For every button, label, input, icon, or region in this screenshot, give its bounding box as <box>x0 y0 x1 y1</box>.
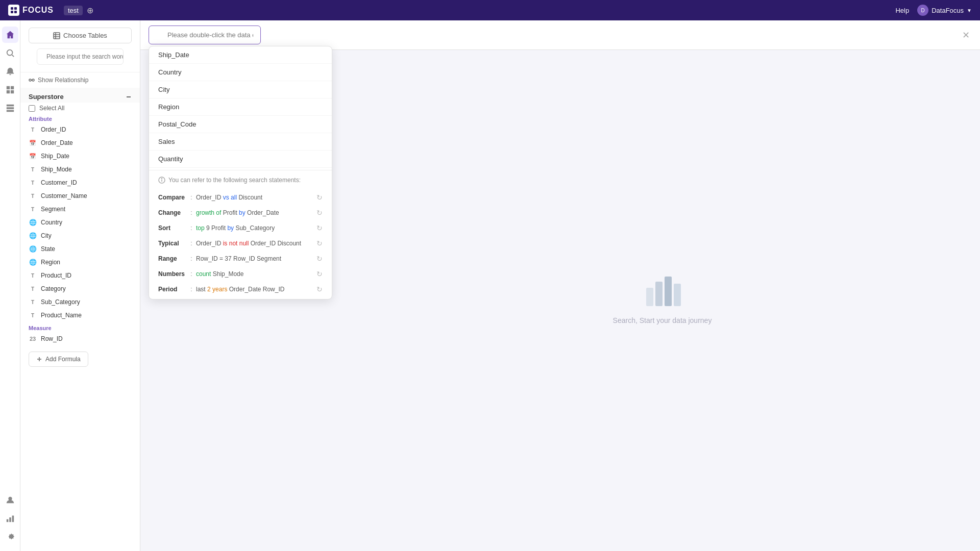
field-item[interactable]: 🌐 State <box>20 242 140 256</box>
add-tab-button[interactable]: ⊕ <box>87 6 93 15</box>
field-item[interactable]: T Customer_Name <box>20 189 140 203</box>
column-suggestion-item[interactable]: Sales <box>149 133 332 151</box>
field-type-globe-icon: 🌐 <box>29 232 37 240</box>
select-all-label: Select All <box>39 105 64 112</box>
collapse-icon[interactable] <box>126 94 132 100</box>
refresh-icon[interactable]: ↻ <box>316 193 323 202</box>
column-suggestion-item[interactable]: Ship_Date <box>149 46 332 64</box>
keyword-period-row[interactable]: Period : last 2 years Order_Date Row_ID … <box>149 282 332 297</box>
svg-point-13 <box>8 497 12 500</box>
svg-rect-35 <box>655 282 663 306</box>
keyword-sort-row[interactable]: Sort : top 9 Profit by Sub_Category ↻ <box>149 220 332 236</box>
sidebar-grid-icon[interactable] <box>2 100 18 116</box>
relationship-icon <box>29 77 35 83</box>
field-item[interactable]: T Order_ID <box>20 123 140 136</box>
logo-icon <box>8 5 19 16</box>
column-suggestion-item[interactable]: City <box>149 81 332 98</box>
field-item[interactable]: 🌐 Country <box>20 216 140 229</box>
svg-rect-34 <box>646 288 653 306</box>
add-formula-icon <box>36 356 42 362</box>
user-avatar: D <box>917 5 928 16</box>
nav-right: Help D DataFocus ▼ <box>895 5 972 16</box>
section-superstore-header: Superstore <box>20 88 140 103</box>
field-type-globe-icon: 🌐 <box>29 218 37 227</box>
select-all-row: Select All <box>20 103 140 113</box>
svg-rect-2 <box>11 11 13 13</box>
panel-top: Choose Tables <box>20 20 140 72</box>
column-suggestion-item[interactable]: Quantity <box>149 151 332 168</box>
field-item[interactable]: 📅 Order_Date <box>20 136 140 149</box>
sidebar-user-icon[interactable] <box>2 492 18 508</box>
field-type-globe-icon: 🌐 <box>29 258 37 266</box>
user-menu[interactable]: D DataFocus ▼ <box>917 5 972 16</box>
svg-point-24 <box>32 79 34 81</box>
field-item[interactable]: T Sub_Category <box>20 295 140 309</box>
refresh-icon[interactable]: ↻ <box>316 270 323 278</box>
measure-section-label: Measure <box>20 322 140 332</box>
field-search-input[interactable] <box>46 53 123 60</box>
field-type-globe-icon: 🌐 <box>29 245 37 253</box>
sidebar-search-icon[interactable] <box>2 45 18 61</box>
column-suggestion-item[interactable]: Postal_Code <box>149 116 332 133</box>
left-sidebar <box>0 20 20 551</box>
refresh-icon[interactable]: ↻ <box>316 239 323 247</box>
keyword-numbers-row[interactable]: Numbers : count Ship_Mode ↻ <box>149 266 332 282</box>
field-type-text-icon: T <box>29 179 37 187</box>
svg-rect-37 <box>674 284 681 306</box>
sidebar-layout-icon[interactable] <box>2 82 18 98</box>
field-type-text-icon: T <box>29 298 37 306</box>
svg-rect-0 <box>11 7 13 10</box>
select-all-checkbox[interactable] <box>29 105 35 112</box>
column-suggestion-item[interactable]: Country <box>149 64 332 81</box>
svg-rect-12 <box>6 110 13 112</box>
svg-rect-8 <box>6 90 9 93</box>
empty-chart-illustration <box>642 272 683 310</box>
svg-rect-16 <box>12 516 14 522</box>
field-item[interactable]: T Product_ID <box>20 269 140 282</box>
refresh-icon[interactable]: ↻ <box>316 209 323 217</box>
user-dropdown-icon: ▼ <box>967 8 972 13</box>
keyword-range-row[interactable]: Range : Row_ID = 37 Row_ID Segment ↻ <box>149 251 332 266</box>
table-icon <box>53 32 60 39</box>
svg-point-4 <box>7 50 12 56</box>
keyword-compare-row[interactable]: Compare : Order_ID vs all Discount ↻ <box>149 190 332 205</box>
add-formula-button[interactable]: Add Formula <box>29 352 88 367</box>
refresh-icon[interactable]: ↻ <box>316 285 323 293</box>
svg-rect-1 <box>14 7 17 10</box>
sidebar-home-icon[interactable] <box>2 27 18 43</box>
field-item[interactable]: T Product_Name <box>20 309 140 322</box>
field-item[interactable]: 📅 Ship_Date <box>20 149 140 163</box>
field-item[interactable]: T Category <box>20 282 140 295</box>
svg-rect-10 <box>6 105 13 107</box>
keyword-change-row[interactable]: Change : growth of Profit by Order_Date … <box>149 205 332 220</box>
help-link[interactable]: Help <box>895 7 909 14</box>
sidebar-chart-icon[interactable] <box>2 510 18 527</box>
search-clear-button[interactable]: ✕ <box>960 30 972 41</box>
main-search-input[interactable] <box>149 26 261 44</box>
field-type-date-icon: 📅 <box>29 139 37 147</box>
keyword-suggestions: Compare : Order_ID vs all Discount ↻ Cha… <box>149 188 332 299</box>
field-item[interactable]: 🌐 City <box>20 229 140 242</box>
svg-rect-36 <box>665 277 672 306</box>
choose-tables-button[interactable]: Choose Tables <box>29 28 132 43</box>
top-navigation: FOCUS test ⊕ Help D DataFocus ▼ <box>0 0 980 20</box>
field-type-text-icon: T <box>29 205 37 213</box>
keyword-typical-row[interactable]: Typical : Order_ID is not null Order_ID … <box>149 236 332 251</box>
user-name: DataFocus <box>932 7 964 14</box>
show-relationship-toggle[interactable]: Show Relationship <box>20 72 140 88</box>
field-item[interactable]: T Ship_Mode <box>20 163 140 176</box>
column-suggestion-item[interactable]: Region <box>149 98 332 116</box>
svg-line-5 <box>12 55 14 57</box>
sidebar-alert-icon[interactable] <box>2 63 18 80</box>
refresh-icon[interactable]: ↻ <box>316 224 323 232</box>
sidebar-settings-icon[interactable] <box>2 529 18 545</box>
field-item[interactable]: T Segment <box>20 203 140 216</box>
search-hint: You can refer to the following search st… <box>149 172 332 188</box>
refresh-icon[interactable]: ↻ <box>316 255 323 263</box>
nav-tab-test[interactable]: test <box>64 6 83 15</box>
field-item[interactable]: 23 Row_ID <box>20 332 140 345</box>
field-item[interactable]: T Customer_ID <box>20 176 140 189</box>
empty-state-text: Search, Start your data journey <box>613 316 712 324</box>
autocomplete-dropdown: Ship_Date Country City Region Postal_Cod… <box>149 46 332 299</box>
field-item[interactable]: 🌐 Region <box>20 256 140 269</box>
